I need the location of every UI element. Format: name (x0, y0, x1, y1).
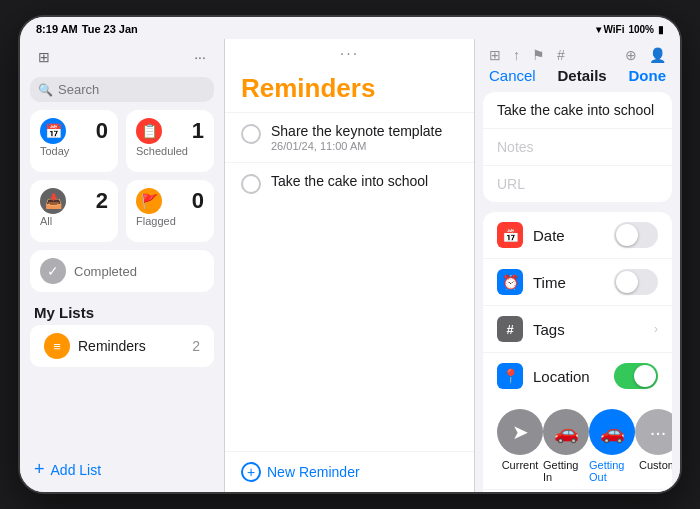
list-toolbar: ··· (225, 39, 474, 69)
sidebar-collapse-button[interactable]: ⊞ (32, 45, 56, 69)
detail-header: Cancel Details Done (475, 67, 680, 92)
main-content: ⊞ ··· 🔍 📅 0 Today � (20, 39, 680, 492)
location-mode-current-label: Current (502, 459, 539, 471)
detail-toolbar-icons: ⊞ ↑ ⚑ # (489, 47, 565, 63)
time: 8:19 AM (36, 23, 78, 35)
reminder-text-1: Share the keynote template 26/01/24, 11:… (271, 123, 442, 152)
location-mode-custom-icon: ··· (635, 409, 672, 455)
all-icon: 📥 (40, 188, 66, 214)
tags-chevron: › (654, 322, 658, 336)
tags-icon: # (497, 316, 523, 342)
status-left: 8:19 AM Tue 23 Jan (36, 23, 138, 35)
reminder-title-1: Share the keynote template (271, 123, 442, 139)
flagged-count: 0 (192, 188, 204, 214)
detail-monitor-icon[interactable]: ⊞ (489, 47, 501, 63)
detail-person-icon[interactable]: 👤 (649, 47, 666, 63)
reminders-list-item[interactable]: ≡ Reminders 2 (30, 325, 214, 367)
location-toggle-knob (634, 365, 656, 387)
date-label: Date (533, 227, 604, 244)
location-label: Location (533, 368, 604, 385)
reminder-circle-1[interactable] (241, 124, 261, 144)
location-row: 📍 Location (483, 353, 672, 399)
completed-label: Completed (74, 264, 137, 279)
today-label: Today (40, 145, 108, 157)
detail-body: Take the cake into school Notes URL 📅 Da… (475, 92, 680, 492)
detail-cancel-button[interactable]: Cancel (489, 67, 536, 84)
completed-card[interactable]: ✓ Completed (30, 250, 214, 292)
new-reminder-icon: + (241, 462, 261, 482)
battery-icon: ▮ (658, 24, 664, 35)
task-name[interactable]: Take the cake into school (483, 92, 672, 129)
detail-done-button[interactable]: Done (629, 67, 667, 84)
all-count: 2 (96, 188, 108, 214)
sidebar: ⊞ ··· 🔍 📅 0 Today � (20, 39, 225, 492)
reminders-list-label: Reminders (78, 338, 192, 354)
today-count: 0 (96, 118, 108, 144)
reminder-title-2: Take the cake into school (271, 173, 428, 189)
reminders-list-icon: ≡ (44, 333, 70, 359)
list-area: ··· Reminders Share the keynote template… (225, 39, 475, 492)
list-header: Reminders (225, 69, 474, 112)
location-mode-current[interactable]: ➤ Current (497, 409, 543, 483)
detail-panel: ⊞ ↑ ⚑ # ⊕ 👤 Cancel Details Done Take th (475, 39, 680, 492)
flagged-icon: 🚩 (136, 188, 162, 214)
battery: 100% (628, 24, 654, 35)
location-toggle[interactable] (614, 363, 658, 389)
location-mode-getting-out[interactable]: 🚗 Getting Out (589, 409, 635, 483)
sidebar-more-button[interactable]: ··· (188, 45, 212, 69)
reminder-circle-2[interactable] (241, 174, 261, 194)
location-mode-getting-out-icon: 🚗 (589, 409, 635, 455)
location-icon: 📍 (497, 363, 523, 389)
search-input[interactable] (58, 82, 206, 97)
search-bar[interactable]: 🔍 (30, 77, 214, 102)
smart-list-flagged[interactable]: 🚩 0 Flagged (126, 180, 214, 242)
reminder-item-2[interactable]: Take the cake into school (225, 162, 474, 204)
notes-field[interactable]: Notes (483, 129, 672, 166)
new-reminder-label: New Reminder (267, 464, 360, 480)
completed-icon: ✓ (40, 258, 66, 284)
detail-title: Details (558, 67, 607, 84)
tags-label: Tags (533, 321, 644, 338)
smart-list-today[interactable]: 📅 0 Today (30, 110, 118, 172)
date-toggle[interactable] (614, 222, 658, 248)
toolbar-dots: ··· (340, 45, 359, 63)
location-mode-getting-in[interactable]: 🚗 Getting In (543, 409, 589, 483)
add-list-button[interactable]: + Add List (20, 451, 224, 484)
detail-toolbar-right: ⊕ 👤 (625, 47, 666, 63)
add-list-icon: + (34, 459, 45, 480)
date-row: 📅 Date (483, 212, 672, 259)
time-label: Time (533, 274, 604, 291)
location-mode-current-icon: ➤ (497, 409, 543, 455)
location-mode-getting-in-label: Getting In (543, 459, 589, 483)
location-mode-getting-in-icon: 🚗 (543, 409, 589, 455)
reminder-text-2: Take the cake into school (271, 173, 428, 189)
time-toggle[interactable] (614, 269, 658, 295)
my-lists-header: My Lists (20, 300, 224, 325)
list-title: Reminders (241, 73, 458, 104)
smart-list-all[interactable]: 📥 2 All (30, 180, 118, 242)
sidebar-header: ⊞ ··· (20, 39, 224, 73)
add-list-label: Add List (51, 462, 102, 478)
time-toggle-knob (616, 271, 638, 293)
detail-tag-icon[interactable]: # (557, 47, 565, 63)
location-mode-custom[interactable]: ··· Custom (635, 409, 672, 483)
status-bar: 8:19 AM Tue 23 Jan ▾ WiFi 100% ▮ (20, 17, 680, 39)
reminder-subtitle-1: 26/01/24, 11:00 AM (271, 140, 442, 152)
url-field[interactable]: URL (483, 166, 672, 202)
location-modes: ➤ Current 🚗 Getting In 🚗 Getting Out (483, 399, 672, 490)
detail-add-icon[interactable]: ⊕ (625, 47, 637, 63)
location-input-row: Getting out of the car i (483, 490, 672, 492)
today-icon: 📅 (40, 118, 66, 144)
smart-list-scheduled[interactable]: 📋 1 Scheduled (126, 110, 214, 172)
wifi-icon: ▾ WiFi (596, 24, 625, 35)
time-row: ⏰ Time (483, 259, 672, 306)
new-reminder-button[interactable]: + New Reminder (225, 451, 474, 492)
tags-row[interactable]: # Tags › (483, 306, 672, 353)
detail-share-icon[interactable]: ↑ (513, 47, 520, 63)
date-toggle-knob (616, 224, 638, 246)
date-time-location-card: 📅 Date ⏰ Time (483, 212, 672, 492)
reminder-item-1[interactable]: Share the keynote template 26/01/24, 11:… (225, 112, 474, 162)
detail-flag-icon[interactable]: ⚑ (532, 47, 545, 63)
smart-lists: 📅 0 Today 📋 1 Scheduled 📥 (20, 110, 224, 250)
flagged-label: Flagged (136, 215, 204, 227)
